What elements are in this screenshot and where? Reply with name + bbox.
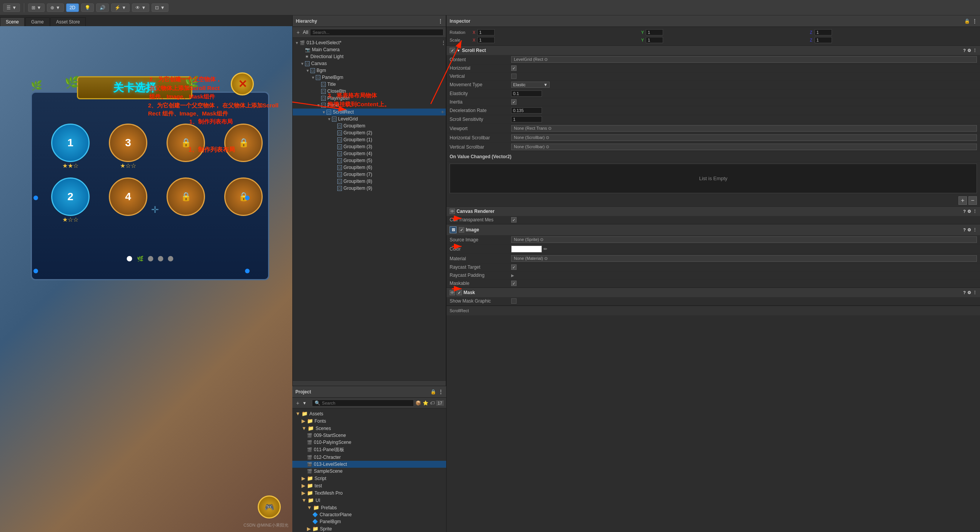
image-more-icon[interactable]: ⋮	[973, 228, 977, 233]
rotation-y-input[interactable]	[646, 29, 663, 35]
rotation-z-input[interactable]	[815, 29, 832, 35]
horizontal-checkbox[interactable]	[511, 65, 517, 71]
scrollrect-help-icon[interactable]: ?	[963, 48, 966, 53]
tree-groupitem-0[interactable]: □ GroupItem	[293, 122, 446, 129]
scrollrect-settings-icon[interactable]: ⚙	[967, 48, 971, 53]
content-obj-ref[interactable]: LevelGrid (Rect ⊙	[511, 56, 977, 63]
tree-dir-light[interactable]: ☀ Directional Light	[293, 53, 446, 60]
project-filter-btn[interactable]: 🏷	[430, 400, 435, 406]
project-add-btn[interactable]: +	[295, 399, 301, 407]
movement-type-dropdown[interactable]: Elastic ▼	[511, 82, 550, 88]
tree-groupitem-2[interactable]: □ GroupItem (1)	[293, 136, 446, 143]
deceleration-input[interactable]	[511, 107, 542, 114]
tree-bgm[interactable]: □ Bgm	[293, 67, 446, 74]
scrollrect-more-icon[interactable]: ⋮	[973, 48, 977, 53]
canvasrenderer-settings-icon[interactable]: ⚙	[967, 209, 971, 214]
material-ref[interactable]: None (Material) ⊙	[511, 255, 977, 262]
hierarchy-add-btn[interactable]: +	[295, 28, 301, 36]
mask-header[interactable]: 👁 Mask ? ⚙ ⋮	[447, 288, 980, 297]
dot-4[interactable]	[168, 256, 173, 261]
image-settings-icon[interactable]: ⚙	[967, 228, 971, 233]
inspector-lock-btn[interactable]: 🔒	[964, 18, 970, 24]
proj-013[interactable]: 🎬 013-LevelSelect	[292, 461, 446, 468]
maskable-checkbox[interactable]	[511, 281, 517, 286]
canvasrenderer-help-icon[interactable]: ?	[963, 209, 966, 214]
proj-012[interactable]: 🎬 012-Chracter	[292, 454, 446, 461]
proj-sprite[interactable]: ▶ 📁 Sprite	[292, 525, 446, 532]
canvasrenderer-more-icon[interactable]: ⋮	[973, 209, 977, 214]
tree-main-camera[interactable]: 📷 Main Camera	[293, 46, 446, 53]
tree-groupitem-1[interactable]: □ GroupItem (2)	[293, 129, 446, 136]
tree-groupitem-9[interactable]: □ GroupItem (9)	[293, 185, 446, 192]
scrollrect-enabled-checkbox[interactable]	[450, 48, 455, 53]
project-lock-btn[interactable]: 🔒	[430, 389, 436, 395]
inspector-more-btn[interactable]: ⋮	[972, 18, 977, 24]
tree-groupitem-8[interactable]: □ GroupItem (8)	[293, 178, 446, 185]
dot-3[interactable]	[158, 256, 163, 261]
asset-store-tab[interactable]: Asset Store	[50, 17, 86, 26]
audio-btn[interactable]: 🔊	[96, 3, 109, 12]
cull-checkbox[interactable]	[511, 217, 517, 223]
level-item-2[interactable]: 2 ★☆☆	[43, 177, 97, 223]
rotation-x-input[interactable]	[477, 29, 495, 35]
gizmos-btn[interactable]: ⊡ ▼	[152, 3, 168, 12]
proj-sample[interactable]: 🎬 SampleScene	[292, 468, 446, 475]
proj-ui[interactable]: ▼ 📁 UI	[292, 497, 446, 504]
project-favorites-btn[interactable]: ⭐	[423, 400, 428, 406]
elasticity-input[interactable]	[511, 90, 542, 97]
image-help-icon[interactable]: ?	[963, 228, 966, 232]
proj-panelbgm[interactable]: 🔷 PanelBgm	[292, 518, 446, 525]
proj-009[interactable]: 🎬 009-StartScene	[292, 432, 446, 439]
tree-canvas[interactable]: □ Canvas	[293, 60, 446, 67]
scale-x-input[interactable]	[477, 37, 495, 43]
tree-scrollrect[interactable]: □ ScrollRect 👁	[293, 109, 446, 115]
proj-prefabs[interactable]: ▼ 📁 Prefabs	[292, 504, 446, 511]
inertia-checkbox[interactable]	[511, 99, 517, 105]
proj-assets[interactable]: ▼ 📁 Assets	[292, 410, 446, 417]
hierarchy-search-input[interactable]	[310, 29, 443, 36]
mask-settings-icon[interactable]: ⚙	[967, 290, 971, 295]
raycast-checkbox[interactable]	[511, 264, 517, 270]
color-swatch[interactable]	[511, 246, 542, 253]
expand-arrow[interactable]: ▶	[511, 273, 514, 278]
hierarchy-more-btn[interactable]: ⋮	[438, 18, 443, 24]
v-scrollbar-ref[interactable]: None (Scrollbar) ⊙	[511, 144, 977, 150]
proj-scenes-folder[interactable]: ▼ 📁 Scenes	[292, 425, 446, 432]
tree-groupitem-7[interactable]: □ GroupItem (7)	[293, 171, 446, 178]
scroll-rect-header[interactable]: ▼ Scroll Rect ? ⚙ ⋮	[447, 46, 980, 55]
level-item-4[interactable]: 4	[101, 177, 155, 223]
tree-groupitem-5[interactable]: □ GroupItem (5)	[293, 157, 446, 164]
scene-tab[interactable]: Scene	[0, 17, 25, 26]
tree-groupitem-4[interactable]: □ GroupItem (4)	[293, 150, 446, 157]
show-mask-checkbox[interactable]	[511, 298, 517, 304]
game-tab[interactable]: Game	[25, 17, 50, 26]
color-picker-icon[interactable]: ✏	[543, 246, 547, 252]
h-scrollbar-ref[interactable]: None (Scrollbar) ⊙	[511, 134, 977, 141]
scale-z-input[interactable]	[815, 37, 832, 43]
add-event-btn[interactable]: +	[958, 196, 967, 205]
source-image-ref[interactable]: None (Sprite) ⊙	[511, 236, 977, 243]
tree-panelbgm[interactable]: □ PanelBgm	[293, 74, 446, 81]
scroll-sensitivity-input[interactable]	[511, 116, 542, 122]
tree-levelgrid[interactable]: □ LevelGrid	[293, 115, 446, 122]
menu-button[interactable]: 🎮	[258, 495, 281, 519]
proj-010[interactable]: 🎬 010-PalyingScene	[292, 439, 446, 446]
scale-y-input[interactable]	[646, 37, 663, 43]
mask-enabled-outer[interactable]: 👁	[450, 290, 455, 295]
tree-groupitem-3[interactable]: □ GroupItem (3)	[293, 143, 446, 150]
tree-closebtn[interactable]: □ CloseBtn	[293, 88, 446, 95]
viewport-obj-ref[interactable]: None (Rect Trans ⊙	[511, 125, 977, 132]
tree-playingbtn[interactable]: □ PlayingBtn	[293, 95, 446, 102]
scene-root[interactable]: 🎬 013-LevelSelect* ⋮	[293, 39, 446, 46]
mask-help-icon[interactable]: ?	[963, 290, 966, 295]
project-packages-btn[interactable]: 📦	[415, 400, 421, 406]
proj-011[interactable]: 🎬 011-Panel面板	[292, 446, 446, 454]
proj-test[interactable]: ▶ 📁 test	[292, 482, 446, 489]
transform-tool[interactable]: ⊞ ▼	[28, 3, 45, 12]
proj-fonts[interactable]: ▶ 📁 Fonts	[292, 417, 446, 425]
fx-btn[interactable]: ⚡ ▼	[111, 3, 130, 12]
canvasrenderer-enabled-checkbox[interactable]: 👁	[450, 209, 455, 214]
hierarchy-scrollbar[interactable]	[293, 380, 446, 386]
scene-vis-btn[interactable]: 👁 ▼	[132, 3, 149, 12]
mask-enabled-checkbox[interactable]	[457, 290, 462, 295]
